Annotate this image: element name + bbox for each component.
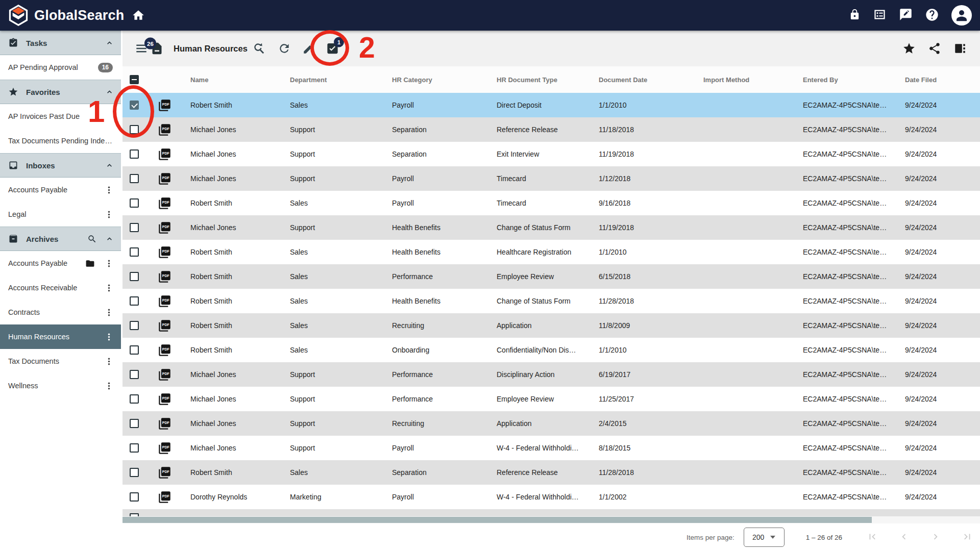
table-row[interactable]: Robert SmithSalesOnboardingConfidentiali… xyxy=(122,338,980,362)
row-checkbox[interactable] xyxy=(130,492,139,502)
items-per-page-select[interactable]: 200 xyxy=(744,528,785,547)
sidebar-section-favorites[interactable]: Favorites xyxy=(0,80,121,104)
sidebar-item-accounts-receivable[interactable]: Accounts Receivable xyxy=(0,276,121,300)
item-options-button[interactable] xyxy=(102,379,116,393)
row-checkbox[interactable] xyxy=(130,174,139,183)
pdf-file-icon[interactable] xyxy=(158,466,172,480)
row-checkbox[interactable] xyxy=(130,394,139,404)
table-row[interactable]: Robert SmithSalesSeparationReference Rel… xyxy=(122,460,980,485)
pdf-file-icon[interactable] xyxy=(158,98,172,112)
row-checkbox[interactable] xyxy=(130,272,139,281)
item-options-button[interactable] xyxy=(102,208,116,221)
pdf-file-icon[interactable] xyxy=(158,294,172,308)
sidebar-item-ap-invoices-past-due[interactable]: AP Invoices Past Due xyxy=(0,104,121,129)
sidebar-item-human-resources[interactable]: Human Resources xyxy=(0,324,121,349)
row-checkbox[interactable] xyxy=(130,370,139,379)
refresh-button[interactable] xyxy=(278,42,291,55)
pdf-file-icon[interactable] xyxy=(158,343,172,357)
row-checkbox[interactable] xyxy=(130,468,139,477)
sidebar-section-inboxes[interactable]: Inboxes xyxy=(0,153,121,178)
sidebar-section-tasks[interactable]: Tasks xyxy=(0,31,121,55)
sidebar-item-tax-documents[interactable]: Tax Documents xyxy=(0,349,121,373)
table-row[interactable]: Michael JonesSupportRecruitingApplicatio… xyxy=(122,411,980,436)
item-options-button[interactable] xyxy=(102,183,116,197)
table-row[interactable]: Robert SmithSalesRecruitingApplication11… xyxy=(122,313,980,338)
document-count-button[interactable]: 26 xyxy=(150,42,164,56)
pdf-file-icon[interactable] xyxy=(158,441,172,455)
column-header-department[interactable]: Department xyxy=(286,76,388,84)
row-checkbox[interactable] xyxy=(130,321,139,330)
row-checkbox[interactable] xyxy=(130,101,139,110)
sidebar-item-tax-documents-pending-inde[interactable]: Tax Documents Pending Inde… xyxy=(0,129,121,153)
column-header-document-date[interactable]: Document Date xyxy=(595,76,699,84)
sidebar-item-wellness[interactable]: Wellness xyxy=(0,373,121,398)
horizontal-scrollbar-thumb[interactable] xyxy=(122,517,872,523)
pdf-file-icon[interactable] xyxy=(158,196,172,210)
sidebar-item-accounts-payable[interactable]: Accounts Payable xyxy=(0,251,121,276)
table-row[interactable]: Michael JonesSupportPerformanceDisciplin… xyxy=(122,362,980,387)
selected-documents-button[interactable]: 1 xyxy=(326,42,339,56)
sidebar-item-legal[interactable]: Legal xyxy=(0,202,121,227)
column-header-hr-document-type[interactable]: HR Document Type xyxy=(493,76,595,84)
row-checkbox[interactable] xyxy=(130,296,139,306)
pdf-file-icon[interactable] xyxy=(158,172,172,186)
table-row[interactable]: Michael JonesSupportPerformanceEmployee … xyxy=(122,387,980,411)
column-header-date-filed[interactable]: Date Filed xyxy=(901,76,980,84)
first-page-button[interactable] xyxy=(867,531,878,544)
panel-layout-button[interactable] xyxy=(953,42,967,55)
column-header-hr-category[interactable]: HR Category xyxy=(388,76,493,84)
pdf-file-icon[interactable] xyxy=(158,245,172,259)
row-checkbox[interactable] xyxy=(130,198,139,208)
list-view-button[interactable] xyxy=(873,8,887,23)
table-row[interactable]: Robert SmithSalesHealth BenefitsHealthca… xyxy=(122,240,980,264)
sidebar-section-archives[interactable]: Archives xyxy=(0,227,121,251)
table-row[interactable]: Michael JonesSupportSeparationReference … xyxy=(122,117,980,142)
pdf-file-icon[interactable] xyxy=(158,270,172,284)
row-checkbox[interactable] xyxy=(130,345,139,355)
refresh-search-button[interactable] xyxy=(252,42,265,55)
account-avatar[interactable] xyxy=(951,5,972,26)
item-options-button[interactable] xyxy=(102,355,116,368)
table-row[interactable]: Michael JonesSupportPayrollW-4 - Federal… xyxy=(122,436,980,460)
column-header-import-method[interactable]: Import Method xyxy=(699,76,799,84)
table-row[interactable]: Dorothy ReynoldsMarketingPayrollW-4 - Fe… xyxy=(122,485,980,509)
favorite-button[interactable] xyxy=(902,42,916,55)
pdf-file-icon[interactable] xyxy=(158,368,172,382)
pdf-file-icon[interactable] xyxy=(158,147,172,161)
next-page-button[interactable] xyxy=(930,531,941,544)
feedback-button[interactable] xyxy=(899,8,913,23)
table-row[interactable]: Michael JonesSupportPayrollTimecard1/12/… xyxy=(122,166,980,191)
home-button[interactable] xyxy=(132,9,145,23)
item-options-button[interactable] xyxy=(102,330,116,344)
item-options-button[interactable] xyxy=(102,281,116,295)
table-row[interactable]: Michael JonesSupportHealth BenefitsChang… xyxy=(122,215,980,240)
item-options-button[interactable] xyxy=(102,306,116,319)
share-button[interactable] xyxy=(928,42,941,55)
last-page-button[interactable] xyxy=(962,531,973,544)
edit-button[interactable] xyxy=(302,42,315,55)
pdf-file-icon[interactable] xyxy=(158,392,172,406)
table-row[interactable]: Robert SmithSalesPayrollDirect Deposit1/… xyxy=(122,93,980,117)
pdf-file-icon[interactable] xyxy=(158,319,172,333)
chevron-up-icon[interactable] xyxy=(105,39,114,47)
table-row[interactable]: Robert SmithSalesPerformanceEmployee Rev… xyxy=(122,264,980,289)
prev-page-button[interactable] xyxy=(898,531,910,544)
column-header-name[interactable]: Name xyxy=(186,76,286,84)
row-checkbox[interactable] xyxy=(130,223,139,232)
pdf-file-icon[interactable] xyxy=(158,417,172,431)
row-checkbox[interactable] xyxy=(130,247,139,257)
item-options-button[interactable] xyxy=(102,257,116,270)
lock-button[interactable] xyxy=(849,9,861,22)
column-header-entered-by[interactable]: Entered By xyxy=(799,76,901,84)
help-button[interactable] xyxy=(925,8,939,23)
pdf-file-icon[interactable] xyxy=(158,221,172,235)
sidebar-item-contracts[interactable]: Contracts xyxy=(0,300,121,324)
chevron-up-icon[interactable] xyxy=(105,88,114,96)
table-row[interactable]: Robert SmithSalesPayrollTimecard9/16/201… xyxy=(122,191,980,215)
pdf-file-icon[interactable] xyxy=(158,123,172,137)
sidebar-item-ap-pending-approval[interactable]: AP Pending Approval16 xyxy=(0,55,121,80)
chevron-up-icon[interactable] xyxy=(105,161,114,170)
archives-search-button[interactable] xyxy=(87,234,97,244)
pdf-file-icon[interactable] xyxy=(158,490,172,504)
table-row[interactable]: Robert SmithSalesHealth BenefitsChange o… xyxy=(122,289,980,313)
